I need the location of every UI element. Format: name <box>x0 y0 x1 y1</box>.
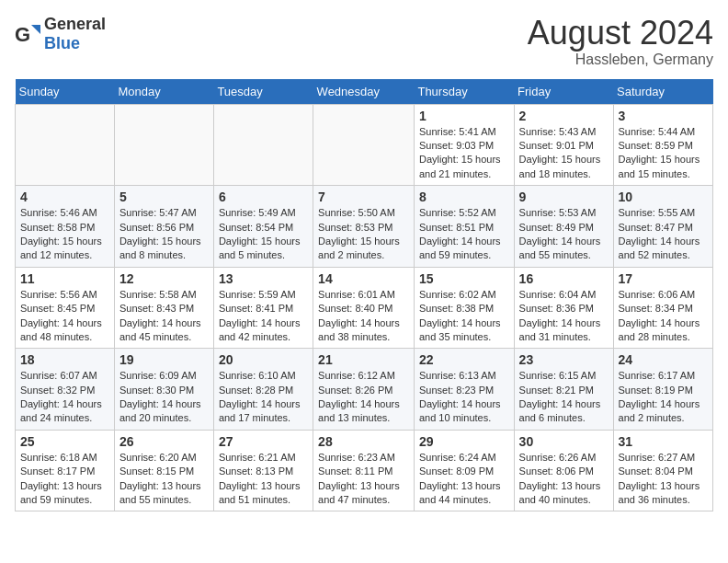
calendar-cell: 6Sunrise: 5:49 AM Sunset: 8:54 PM Daylig… <box>213 186 313 268</box>
weekday-header-cell: Wednesday <box>313 79 415 105</box>
calendar-cell: 30Sunrise: 6:26 AM Sunset: 8:06 PM Dayli… <box>514 430 613 511</box>
day-number: 16 <box>519 271 609 286</box>
day-number: 21 <box>318 352 409 367</box>
day-info: Sunrise: 6:02 AM Sunset: 8:38 PM Dayligh… <box>419 288 509 345</box>
calendar-table: SundayMondayTuesdayWednesdayThursdayFrid… <box>15 79 713 512</box>
day-number: 15 <box>419 271 509 286</box>
logo-blue-text: Blue <box>44 34 80 52</box>
calendar-cell <box>213 104 313 186</box>
day-number: 4 <box>20 190 109 204</box>
calendar-cell: 5Sunrise: 5:47 AM Sunset: 8:56 PM Daylig… <box>114 186 213 268</box>
logo-icon: G <box>15 21 40 47</box>
calendar-cell: 2Sunrise: 5:43 AM Sunset: 9:01 PM Daylig… <box>514 104 613 186</box>
weekday-header-cell: Monday <box>114 79 213 105</box>
calendar-cell: 31Sunrise: 6:27 AM Sunset: 8:04 PM Dayli… <box>613 430 712 511</box>
day-number: 17 <box>619 271 708 286</box>
day-info: Sunrise: 6:23 AM Sunset: 8:11 PM Dayligh… <box>318 451 409 508</box>
day-number: 12 <box>119 271 209 286</box>
calendar-cell: 28Sunrise: 6:23 AM Sunset: 8:11 PM Dayli… <box>313 430 415 511</box>
day-info: Sunrise: 6:12 AM Sunset: 8:26 PM Dayligh… <box>318 369 409 426</box>
weekday-header-cell: Sunday <box>16 79 115 105</box>
calendar-cell: 10Sunrise: 5:55 AM Sunset: 8:47 PM Dayli… <box>613 186 712 268</box>
svg-marker-1 <box>31 25 40 34</box>
day-info: Sunrise: 6:20 AM Sunset: 8:15 PM Dayligh… <box>119 451 209 508</box>
day-info: Sunrise: 6:13 AM Sunset: 8:23 PM Dayligh… <box>419 369 509 426</box>
day-info: Sunrise: 5:49 AM Sunset: 8:54 PM Dayligh… <box>219 206 308 263</box>
svg-text:G: G <box>15 23 30 46</box>
day-number: 2 <box>519 109 609 123</box>
calendar-body: 1Sunrise: 5:41 AM Sunset: 9:03 PM Daylig… <box>16 104 713 511</box>
calendar-cell: 15Sunrise: 6:02 AM Sunset: 8:38 PM Dayli… <box>414 267 514 349</box>
weekday-header-cell: Tuesday <box>213 79 313 105</box>
day-number: 1 <box>419 109 509 123</box>
weekday-header-row: SundayMondayTuesdayWednesdayThursdayFrid… <box>16 79 713 105</box>
page-header: G General Blue August 2024 Hassleben, Ge… <box>15 15 713 68</box>
logo: G General Blue <box>15 15 106 53</box>
calendar-cell: 3Sunrise: 5:44 AM Sunset: 8:59 PM Daylig… <box>613 104 712 186</box>
day-number: 18 <box>20 352 109 367</box>
day-info: Sunrise: 5:47 AM Sunset: 8:56 PM Dayligh… <box>119 206 209 263</box>
calendar-cell: 8Sunrise: 5:52 AM Sunset: 8:51 PM Daylig… <box>414 186 514 268</box>
day-info: Sunrise: 5:50 AM Sunset: 8:53 PM Dayligh… <box>318 206 409 263</box>
calendar-cell: 1Sunrise: 5:41 AM Sunset: 9:03 PM Daylig… <box>414 104 514 186</box>
day-info: Sunrise: 6:18 AM Sunset: 8:17 PM Dayligh… <box>20 451 109 508</box>
calendar-cell: 20Sunrise: 6:10 AM Sunset: 8:28 PM Dayli… <box>213 349 313 431</box>
day-info: Sunrise: 5:56 AM Sunset: 8:45 PM Dayligh… <box>20 288 109 345</box>
day-number: 9 <box>519 190 609 204</box>
day-number: 6 <box>219 190 308 204</box>
calendar-week-row: 11Sunrise: 5:56 AM Sunset: 8:45 PM Dayli… <box>16 267 713 349</box>
day-number: 25 <box>20 434 109 449</box>
day-info: Sunrise: 6:10 AM Sunset: 8:28 PM Dayligh… <box>219 369 308 426</box>
title-block: August 2024 Hassleben, Germany <box>528 15 713 68</box>
day-number: 7 <box>318 190 409 204</box>
day-number: 27 <box>219 434 308 449</box>
calendar-cell: 17Sunrise: 6:06 AM Sunset: 8:34 PM Dayli… <box>613 267 712 349</box>
calendar-cell: 11Sunrise: 5:56 AM Sunset: 8:45 PM Dayli… <box>16 267 115 349</box>
calendar-cell: 24Sunrise: 6:17 AM Sunset: 8:19 PM Dayli… <box>613 349 712 431</box>
day-info: Sunrise: 6:04 AM Sunset: 8:36 PM Dayligh… <box>519 288 609 345</box>
day-number: 3 <box>619 109 708 123</box>
calendar-cell: 16Sunrise: 6:04 AM Sunset: 8:36 PM Dayli… <box>514 267 613 349</box>
day-number: 28 <box>318 434 409 449</box>
weekday-header-cell: Saturday <box>613 79 712 105</box>
calendar-cell: 27Sunrise: 6:21 AM Sunset: 8:13 PM Dayli… <box>213 430 313 511</box>
day-number: 23 <box>519 352 609 367</box>
calendar-cell <box>16 104 115 186</box>
day-number: 11 <box>20 271 109 286</box>
day-info: Sunrise: 6:15 AM Sunset: 8:21 PM Dayligh… <box>519 369 609 426</box>
day-info: Sunrise: 6:06 AM Sunset: 8:34 PM Dayligh… <box>619 288 708 345</box>
weekday-header-cell: Thursday <box>414 79 514 105</box>
day-number: 24 <box>619 352 708 367</box>
day-info: Sunrise: 5:53 AM Sunset: 8:49 PM Dayligh… <box>519 206 609 263</box>
day-number: 5 <box>119 190 209 204</box>
day-info: Sunrise: 5:59 AM Sunset: 8:41 PM Dayligh… <box>219 288 308 345</box>
day-info: Sunrise: 6:09 AM Sunset: 8:30 PM Dayligh… <box>119 369 209 426</box>
calendar-week-row: 18Sunrise: 6:07 AM Sunset: 8:32 PM Dayli… <box>16 349 713 431</box>
calendar-cell: 23Sunrise: 6:15 AM Sunset: 8:21 PM Dayli… <box>514 349 613 431</box>
day-info: Sunrise: 6:21 AM Sunset: 8:13 PM Dayligh… <box>219 451 308 508</box>
calendar-cell: 18Sunrise: 6:07 AM Sunset: 8:32 PM Dayli… <box>16 349 115 431</box>
day-info: Sunrise: 6:27 AM Sunset: 8:04 PM Dayligh… <box>619 451 708 508</box>
calendar-cell: 13Sunrise: 5:59 AM Sunset: 8:41 PM Dayli… <box>213 267 313 349</box>
main-title: August 2024 <box>528 15 713 52</box>
calendar-cell: 19Sunrise: 6:09 AM Sunset: 8:30 PM Dayli… <box>114 349 213 431</box>
day-info: Sunrise: 6:26 AM Sunset: 8:06 PM Dayligh… <box>519 451 609 508</box>
calendar-cell: 21Sunrise: 6:12 AM Sunset: 8:26 PM Dayli… <box>313 349 415 431</box>
calendar-cell: 9Sunrise: 5:53 AM Sunset: 8:49 PM Daylig… <box>514 186 613 268</box>
day-info: Sunrise: 5:44 AM Sunset: 8:59 PM Dayligh… <box>619 125 708 182</box>
day-info: Sunrise: 5:58 AM Sunset: 8:43 PM Dayligh… <box>119 288 209 345</box>
day-number: 22 <box>419 352 509 367</box>
calendar-cell <box>114 104 213 186</box>
day-number: 26 <box>119 434 209 449</box>
day-info: Sunrise: 6:24 AM Sunset: 8:09 PM Dayligh… <box>419 451 509 508</box>
weekday-header-cell: Friday <box>514 79 613 105</box>
calendar-week-row: 1Sunrise: 5:41 AM Sunset: 9:03 PM Daylig… <box>16 104 713 186</box>
day-info: Sunrise: 5:46 AM Sunset: 8:58 PM Dayligh… <box>20 206 109 263</box>
sub-title: Hassleben, Germany <box>528 52 713 68</box>
day-number: 14 <box>318 271 409 286</box>
calendar-cell: 29Sunrise: 6:24 AM Sunset: 8:09 PM Dayli… <box>414 430 514 511</box>
day-number: 19 <box>119 352 209 367</box>
day-number: 10 <box>619 190 708 204</box>
day-info: Sunrise: 5:41 AM Sunset: 9:03 PM Dayligh… <box>419 125 509 182</box>
calendar-week-row: 4Sunrise: 5:46 AM Sunset: 8:58 PM Daylig… <box>16 186 713 268</box>
